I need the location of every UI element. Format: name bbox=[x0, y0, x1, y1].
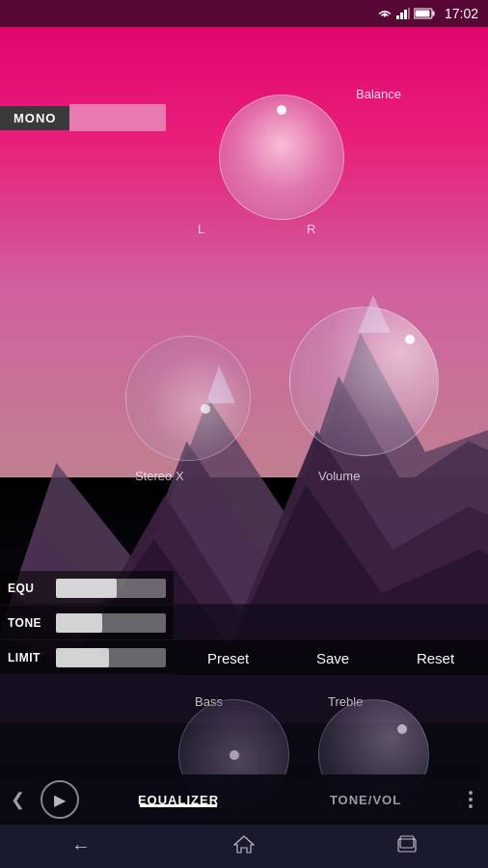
limit-label: LIMIT bbox=[0, 651, 56, 665]
volume-knob-dot bbox=[405, 335, 415, 344]
mono-bar[interactable]: MONO bbox=[0, 104, 166, 131]
tab-bar: ❮ ▶ EQUALIZER TONE/VOL bbox=[0, 774, 488, 825]
svg-rect-16 bbox=[398, 839, 416, 852]
tab-equalizer[interactable]: EQUALIZER bbox=[85, 793, 272, 807]
battery-icon bbox=[414, 8, 435, 19]
limit-row[interactable]: LIMIT bbox=[0, 640, 174, 675]
tab-active-indicator bbox=[140, 804, 217, 807]
tab-tonevol[interactable]: TONE/VOL bbox=[272, 793, 459, 807]
home-button[interactable] bbox=[233, 834, 255, 858]
chevron-left-icon: ❮ bbox=[11, 789, 25, 810]
save-button[interactable]: Save bbox=[309, 646, 357, 670]
balance-label: Balance bbox=[356, 87, 401, 101]
prev-button[interactable]: ❮ bbox=[0, 774, 35, 825]
nav-bar: ← bbox=[0, 825, 488, 868]
menu-dot-1 bbox=[469, 791, 473, 795]
action-buttons: Preset Save Reset bbox=[174, 640, 488, 675]
balance-right-label: R bbox=[307, 222, 315, 236]
svg-rect-9 bbox=[404, 10, 407, 19]
mono-slider[interactable] bbox=[69, 104, 166, 131]
balance-knob[interactable] bbox=[219, 95, 344, 220]
stereox-label: Stereo X bbox=[135, 469, 184, 483]
status-time: 17:02 bbox=[445, 6, 478, 21]
tone-label: TONE bbox=[0, 616, 56, 630]
stereox-knob-dot bbox=[201, 404, 210, 414]
stereox-knob[interactable] bbox=[125, 336, 251, 461]
equ-row[interactable]: EQU bbox=[0, 571, 174, 606]
play-icon: ▶ bbox=[54, 791, 66, 809]
controls-panel: EQU TONE LIMIT bbox=[0, 571, 174, 675]
volume-label: Volume bbox=[318, 469, 360, 483]
svg-rect-15 bbox=[400, 836, 414, 848]
back-button[interactable]: ← bbox=[71, 835, 91, 857]
svg-rect-7 bbox=[396, 15, 399, 19]
mono-label: MONO bbox=[0, 106, 69, 130]
recent-button[interactable] bbox=[397, 835, 417, 857]
svg-rect-13 bbox=[415, 11, 429, 17]
menu-button[interactable] bbox=[459, 791, 488, 808]
wifi-icon bbox=[377, 8, 393, 19]
menu-dot-2 bbox=[469, 798, 473, 801]
play-button[interactable]: ▶ bbox=[41, 780, 79, 819]
reset-button[interactable]: Reset bbox=[409, 646, 462, 670]
volume-knob[interactable] bbox=[289, 307, 439, 456]
balance-left-label: L bbox=[198, 222, 204, 236]
svg-rect-8 bbox=[400, 13, 403, 19]
tone-row[interactable]: TONE bbox=[0, 606, 174, 640]
equ-label: EQU bbox=[0, 582, 56, 595]
menu-dot-3 bbox=[469, 804, 473, 808]
treble-knob-dot bbox=[397, 724, 407, 734]
svg-rect-12 bbox=[432, 12, 434, 16]
limit-slider[interactable] bbox=[56, 648, 166, 667]
balance-knob-dot bbox=[277, 105, 286, 115]
status-bar: 17:02 bbox=[0, 0, 488, 27]
svg-rect-10 bbox=[408, 8, 410, 19]
signal-icon bbox=[396, 8, 410, 19]
svg-marker-14 bbox=[234, 836, 254, 853]
tone-slider[interactable] bbox=[56, 613, 166, 633]
equ-slider[interactable] bbox=[56, 579, 166, 598]
preset-button[interactable]: Preset bbox=[200, 646, 257, 670]
bass-knob-dot bbox=[230, 750, 239, 760]
